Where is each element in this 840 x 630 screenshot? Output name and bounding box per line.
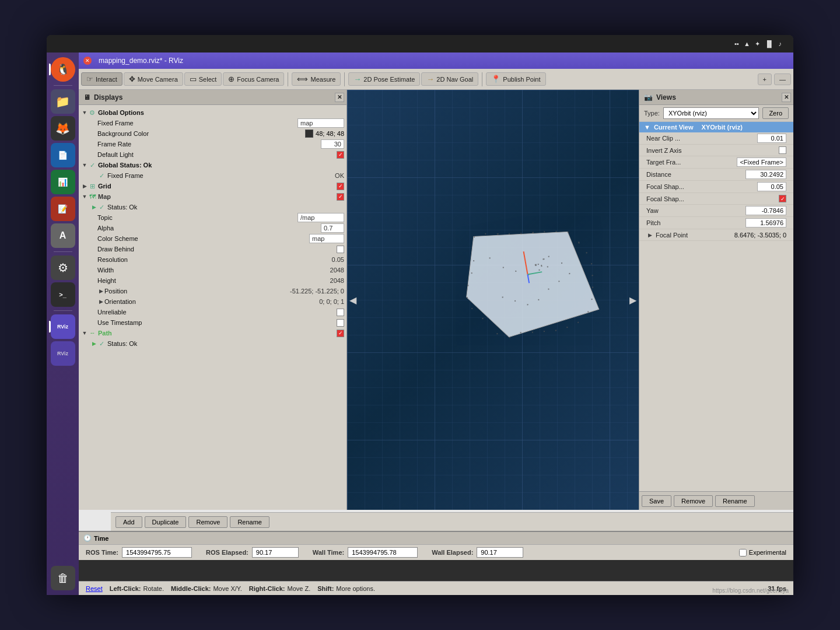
- ros-time-input[interactable]: [122, 547, 192, 558]
- focal-shap1-value[interactable]: 0.05: [757, 182, 786, 191]
- ubuntu-logo-icon[interactable]: 🐧: [51, 57, 75, 82]
- grid-arrow[interactable]: ▶: [81, 183, 88, 189]
- add-button[interactable]: Add: [116, 516, 142, 528]
- grid-checkbox[interactable]: [337, 183, 344, 190]
- move-camera-icon: ✥: [129, 75, 135, 83]
- focal-shap2-checkbox[interactable]: [779, 195, 786, 202]
- impress-launcher-icon[interactable]: 📝: [51, 197, 75, 221]
- rviz2-launcher-icon[interactable]: RViz: [51, 341, 75, 366]
- position-item[interactable]: ▶ Position -51.225; -51.225; 0: [79, 286, 346, 296]
- height-item: Height 2048: [79, 275, 346, 286]
- draw-behind-checkbox[interactable]: [337, 246, 344, 253]
- svg-rect-47: [535, 264, 537, 266]
- reset-button[interactable]: Reset: [86, 585, 103, 592]
- svg-rect-27: [482, 318, 483, 319]
- views-save-button[interactable]: Save: [642, 495, 671, 507]
- pose-estimate-button[interactable]: → 2D Pose Estimate: [348, 72, 420, 86]
- duplicate-button[interactable]: Duplicate: [145, 516, 187, 528]
- global-options-item[interactable]: ▼ ⚙ Global Options: [79, 107, 346, 118]
- displays-panel-close[interactable]: ✕: [335, 93, 344, 102]
- remove-button[interactable]: Remove: [188, 516, 228, 528]
- yaw-value[interactable]: -0.7846: [746, 206, 786, 215]
- path-arrow[interactable]: ▼: [81, 330, 88, 336]
- map-arrow[interactable]: ▼: [81, 194, 88, 200]
- unreliable-label: Unreliable: [97, 309, 334, 316]
- global-options-arrow[interactable]: ▼: [81, 110, 88, 116]
- ros-elapsed-input[interactable]: [252, 547, 299, 558]
- resolution-label: Resolution: [97, 256, 327, 263]
- focal-point-label: Focal Point: [656, 232, 734, 239]
- grid-item[interactable]: ▶ ⊞ Grid: [79, 181, 346, 191]
- map-checkbox[interactable]: [337, 193, 344, 201]
- office-launcher-icon[interactable]: 📄: [51, 143, 75, 167]
- move-camera-button[interactable]: ✥ Move Camera: [124, 72, 183, 86]
- toolbar-sep1: [288, 72, 288, 86]
- measure-button[interactable]: ⟺ Measure: [292, 72, 341, 86]
- invert-z-checkbox[interactable]: [779, 146, 786, 154]
- use-timestamp-checkbox[interactable]: [337, 319, 344, 327]
- views-rename-button[interactable]: Rename: [715, 495, 755, 507]
- remove-panel-button[interactable]: —: [774, 74, 791, 85]
- alpha-value[interactable]: 0.7: [321, 223, 344, 233]
- views-remove-button[interactable]: Remove: [674, 495, 713, 507]
- views-panel-close[interactable]: ✕: [782, 93, 791, 102]
- fixed-frame-status-value: OK: [335, 172, 344, 179]
- default-light-checkbox[interactable]: [337, 151, 344, 159]
- focal-point-arrow[interactable]: ▶: [646, 232, 653, 238]
- firefox-launcher-icon[interactable]: 🦊: [51, 116, 75, 141]
- rviz1-launcher-icon[interactable]: RViz: [51, 314, 75, 339]
- path-item[interactable]: ▼ ╌ Path: [79, 328, 346, 338]
- path-status-arrow[interactable]: ▶: [90, 341, 97, 346]
- nav-goal-button[interactable]: → 2D Nav Goal: [421, 72, 478, 86]
- position-arrow[interactable]: ▶: [97, 288, 104, 294]
- frame-rate-item: Frame Rate 30: [79, 139, 346, 149]
- distance-value[interactable]: 30.2492: [746, 170, 786, 179]
- window-close-button[interactable]: ✕: [83, 57, 92, 65]
- 3d-viewport[interactable]: ◀ ▶: [347, 90, 639, 510]
- wall-elapsed-input[interactable]: [477, 547, 523, 558]
- publish-point-button[interactable]: 📍 Publish Point: [486, 72, 545, 86]
- add-panel-button[interactable]: +: [758, 74, 772, 85]
- map-item[interactable]: ▼ 🗺 Map: [79, 191, 346, 202]
- calc-launcher-icon[interactable]: 📊: [51, 170, 75, 194]
- focus-camera-button[interactable]: ⊕ Focus Camera: [223, 72, 284, 86]
- experimental-checkbox[interactable]: [739, 549, 747, 556]
- map-status-arrow[interactable]: ▶: [90, 204, 97, 210]
- color-scheme-value[interactable]: map: [309, 234, 344, 243]
- pitch-value[interactable]: 1.56976: [746, 218, 786, 228]
- experimental-field: Experimental: [739, 549, 786, 556]
- views-type-select[interactable]: XYOrbit (rviz) Orbit (rviz) TopDownOrtho…: [663, 107, 759, 119]
- settings-launcher-icon[interactable]: ⚙: [51, 256, 75, 280]
- near-clip-value[interactable]: 0.01: [757, 134, 786, 143]
- global-status-item[interactable]: ▼ ✓ Global Status: Ok: [79, 160, 346, 170]
- screen-icon: ▪▪: [734, 40, 739, 47]
- ros-elapsed-label: ROS Elapsed:: [206, 549, 249, 556]
- terminal-launcher-icon[interactable]: >_: [51, 282, 75, 307]
- wall-time-input[interactable]: [348, 547, 418, 558]
- main-toolbar: ☞ Interact ✥ Move Camera ▭ Select ⊕ Focu…: [79, 69, 793, 90]
- interact-button[interactable]: ☞ Interact: [81, 72, 123, 86]
- font-manager-icon[interactable]: A: [51, 223, 75, 248]
- viewport-nav-left[interactable]: ◀: [349, 295, 356, 306]
- trash-launcher-icon[interactable]: 🗑: [51, 566, 75, 590]
- fixed-frame-value[interactable]: map: [298, 118, 344, 128]
- files-launcher-icon[interactable]: 📁: [51, 89, 75, 114]
- bg-color-control[interactable]: 48; 48; 48: [305, 130, 344, 138]
- path-checkbox[interactable]: [337, 330, 344, 337]
- rename-button[interactable]: Rename: [230, 516, 270, 528]
- focal-point-item[interactable]: ▶ Focal Point 8.6476; -3.5035; 0: [639, 229, 793, 241]
- target-fra-value[interactable]: <Fixed Frame>: [737, 158, 786, 167]
- unreliable-checkbox[interactable]: [337, 309, 344, 316]
- global-status-arrow[interactable]: ▼: [81, 162, 88, 168]
- unreliable-item: Unreliable: [79, 307, 346, 317]
- orientation-item[interactable]: ▶ Orientation 0; 0; 0; 1: [79, 296, 346, 307]
- orientation-arrow[interactable]: ▶: [97, 299, 104, 304]
- zero-button[interactable]: Zero: [762, 107, 789, 119]
- current-view-arrow[interactable]: ▼: [644, 124, 650, 131]
- topic-value[interactable]: /map: [298, 213, 344, 222]
- select-button[interactable]: ▭ Select: [184, 72, 222, 86]
- wall-elapsed-label: Wall Elapsed:: [432, 549, 473, 556]
- grid-icon: ⊞: [88, 183, 96, 190]
- viewport-nav-right[interactable]: ▶: [629, 295, 636, 306]
- frame-rate-value[interactable]: 30: [321, 139, 344, 149]
